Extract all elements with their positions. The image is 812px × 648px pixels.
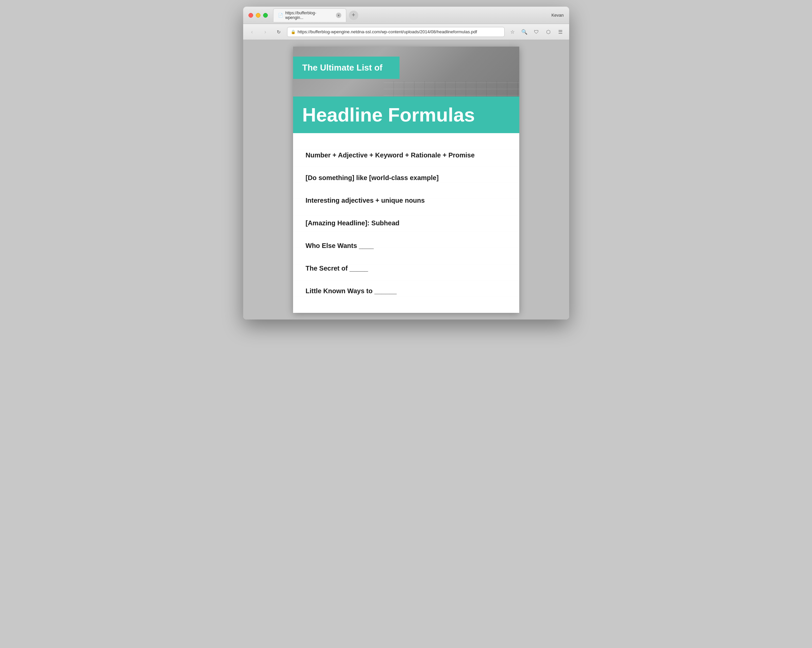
formula-item: The Secret of _____: [306, 257, 507, 280]
menu-icon[interactable]: ☰: [556, 27, 565, 37]
extension-icon[interactable]: ⬡: [544, 27, 553, 37]
nav-bar: ‹ › ↻ 🔒 https://bufferblog-wpengine.netd…: [243, 24, 569, 40]
pdf-body: Number + Adjective + Keyword + Rationale…: [293, 133, 519, 313]
ssl-icon: 🔒: [291, 30, 296, 34]
hero-title-box: The Ultimate List of: [293, 57, 400, 79]
formula-item: [Do something] like [world-class example…: [306, 167, 507, 189]
formula-list: Number + Adjective + Keyword + Rationale…: [306, 144, 507, 302]
formula-item: Interesting adjectives + unique nouns: [306, 189, 507, 212]
nav-icons: ☆ 🔍 🛡 ⬡ ☰: [508, 27, 565, 37]
browser-window: 📄 https://bufferblog-wpengin... × + Keva…: [243, 7, 569, 319]
title-bar: 📄 https://bufferblog-wpengin... × + Keva…: [243, 7, 569, 24]
formula-item: Who Else Wants ____: [306, 234, 507, 257]
tab-favicon-icon: 📄: [278, 13, 283, 18]
refresh-button[interactable]: ↻: [274, 27, 284, 37]
traffic-lights: [249, 13, 268, 18]
search-icon[interactable]: 🔍: [520, 27, 529, 37]
minimize-button[interactable]: [256, 13, 261, 18]
teal-band: Headline Formulas: [293, 96, 519, 133]
browser-tab[interactable]: 📄 https://bufferblog-wpengin... ×: [273, 8, 346, 22]
tab-bar: 📄 https://bufferblog-wpengin... × +: [273, 8, 551, 22]
formula-item: Little Known Ways to ______: [306, 280, 507, 302]
pdf-page: The Ultimate List of Headline Formulas N…: [293, 47, 519, 313]
content-area: The Ultimate List of Headline Formulas N…: [243, 40, 569, 319]
address-bar[interactable]: 🔒 https://bufferblog-wpengine.netdna-ssl…: [287, 27, 505, 37]
formula-item: Number + Adjective + Keyword + Rationale…: [306, 144, 507, 167]
maximize-button[interactable]: [263, 13, 268, 18]
back-button[interactable]: ‹: [247, 27, 257, 37]
hero-subtitle: The Ultimate List of: [302, 63, 390, 73]
close-button[interactable]: [249, 13, 253, 18]
new-tab-button[interactable]: +: [349, 11, 358, 20]
user-name: Kevan: [551, 13, 564, 18]
tab-title: https://bufferblog-wpengin...: [285, 11, 332, 20]
bookmark-icon[interactable]: ☆: [508, 27, 517, 37]
main-title: Headline Formulas: [302, 105, 475, 124]
forward-button[interactable]: ›: [261, 27, 270, 37]
pdf-hero: The Ultimate List of Headline Formulas: [293, 47, 519, 133]
shield-icon[interactable]: 🛡: [532, 27, 541, 37]
url-text: https://bufferblog-wpengine.netdna-ssl.c…: [298, 29, 501, 34]
tab-close-button[interactable]: ×: [336, 13, 341, 18]
formula-item: [Amazing Headline]: Subhead: [306, 212, 507, 234]
